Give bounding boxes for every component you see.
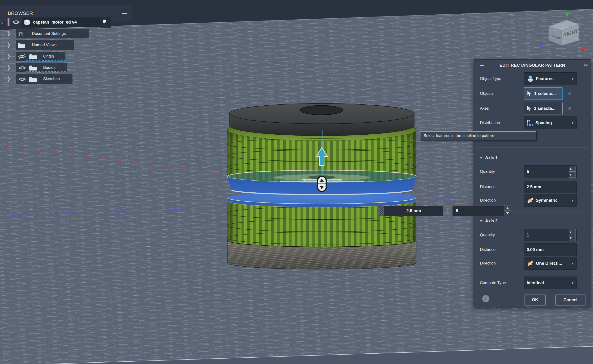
axis2-distance-value: 0.00 mm [527, 247, 544, 252]
chevron-right-icon[interactable]: ❯ [7, 51, 10, 62]
tree-item-label[interactable]: Origin [43, 52, 54, 61]
tree-row-root[interactable]: ⌄ capstan_motor_ed v4 [0, 17, 142, 27]
compute-type-label: Compute Type [480, 277, 506, 289]
x-axis-label: X [581, 47, 586, 54]
axis1-quantity-value: 5 [527, 169, 529, 174]
compute-type-dropdown[interactable]: Identical ▼ [524, 277, 577, 289]
section-collapse-icon[interactable] [479, 220, 483, 222]
objects-selection-field[interactable]: 1 selecte... [524, 87, 563, 100]
tree-item-label[interactable]: Named Views [32, 40, 57, 50]
axes-clear-icon[interactable]: ✕ [566, 102, 573, 115]
y-axis-label: Y [565, 11, 569, 18]
x-axis-tick [579, 41, 581, 44]
axis2-direction-label: Direction [480, 257, 496, 270]
axes-selection-field[interactable]: 1 selecte... [524, 102, 563, 115]
component-cube-icon [23, 19, 30, 26]
increment-button[interactable] [569, 166, 576, 172]
decrement-button[interactable] [569, 235, 576, 241]
folder-icon [17, 42, 26, 48]
tree-row-origin[interactable]: ❯ Origin [0, 52, 99, 61]
distribution-value: Spacing [535, 120, 552, 125]
browser-minimize-icon[interactable] [122, 13, 127, 14]
hud-drag-grip[interactable] [378, 206, 384, 216]
symmetric-direction-icon [527, 197, 534, 204]
decrement-button[interactable] [569, 172, 576, 177]
axis1-distance-value: 2.5 mm [527, 185, 541, 189]
axis1-quantity-input[interactable]: 5 [524, 165, 577, 178]
objects-clear-icon[interactable]: ✕ [566, 87, 573, 100]
one-direction-icon [527, 260, 534, 267]
chevron-down-icon[interactable]: ⌄ [0, 17, 4, 27]
root-component-label[interactable]: capstan_motor_ed v4 [33, 17, 77, 27]
hud-quantity-decrement-button[interactable] [504, 211, 511, 216]
axis2-quantity-value: 1 [527, 233, 529, 238]
selection-dash-underline [27, 71, 67, 72]
axis1-direction-dropdown[interactable]: Symmetric ▼ [524, 194, 577, 207]
compute-type-value: Identical [527, 280, 544, 286]
axis1-quantity-label: Quantity [480, 165, 495, 178]
browser-panel: BROWSER ⌄ capstan_motor_ed v4 ❯ Document… [0, 0, 142, 90]
tree-row-named-views[interactable]: ❯ Named Views [0, 40, 99, 50]
chevron-right-icon[interactable]: ❯ [7, 39, 10, 51]
chevron-down-icon: ▼ [571, 281, 574, 285]
axis2-quantity-stepper[interactable] [569, 229, 576, 241]
chevron-right-icon[interactable]: ❯ [7, 73, 10, 85]
hud-distance-input[interactable]: 2.5 mm [384, 206, 443, 216]
tree-row-document-settings[interactable]: ❯ Document Settings [0, 29, 99, 39]
section-collapse-icon[interactable] [479, 157, 483, 159]
axis2-section-header[interactable]: Axis 2 [479, 218, 498, 224]
eye-icon[interactable] [18, 65, 26, 71]
hud-quantity-input[interactable]: 5 [452, 206, 504, 216]
axis2-direction-value: One Directi... [536, 261, 562, 266]
hud-separator-grip[interactable] [445, 206, 450, 216]
capstan-model[interactable] [221, 99, 424, 273]
tree-row-sketches[interactable]: ❯ Sketches [0, 74, 99, 84]
info-icon[interactable]: i [482, 295, 489, 302]
axis1-distance-label: Distance [480, 181, 496, 193]
z-axis-label: Z [540, 42, 544, 49]
axis1-distance-input[interactable]: 2.5 mm [524, 181, 577, 193]
object-type-label: Object Type [480, 72, 501, 85]
folder-icon [29, 76, 37, 82]
spinner-drag-handle[interactable] [317, 176, 326, 191]
object-type-dropdown[interactable]: Features ▼ [524, 72, 577, 85]
detach-icon[interactable]: ▶▶ [584, 63, 587, 67]
manipulator-hud-input: 2.5 mm 5 [378, 206, 511, 216]
eye-slash-icon[interactable] [18, 54, 26, 59]
axis1-section-header[interactable]: Axis 1 [479, 154, 498, 161]
selection-dash-underline [27, 60, 65, 61]
folder-icon [29, 53, 37, 60]
axis1-direction-label: Direction [480, 194, 496, 207]
activate-radio-icon[interactable] [103, 20, 106, 23]
increment-button[interactable] [569, 229, 576, 235]
tree-row-bodies[interactable]: ❯ Bodies [0, 63, 99, 72]
chevron-down-icon: ▼ [571, 77, 574, 81]
axis2-quantity-input[interactable]: 1 [524, 229, 577, 241]
tree-item-label[interactable]: Document Settings [32, 29, 66, 39]
axis2-distance-label: Distance [480, 243, 496, 256]
chevron-right-icon[interactable]: ❯ [7, 28, 10, 40]
axis2-direction-dropdown[interactable]: One Directi... ▼ [524, 257, 577, 270]
distribution-dropdown[interactable]: Spacing ▼ [524, 117, 577, 129]
eye-icon[interactable] [18, 77, 26, 82]
dialog-header[interactable]: EDIT RECTANGULAR PATTERN ▶▶ [474, 60, 591, 71]
features-icon [527, 76, 534, 82]
view-cube[interactable]: FRONT RIGHT Y Z X [538, 5, 593, 57]
dialog-title: EDIT RECTANGULAR PATTERN [474, 60, 591, 71]
tree-item-label[interactable]: Sketches [43, 74, 60, 84]
cancel-button[interactable]: Cancel [555, 294, 586, 306]
ok-button[interactable]: OK [525, 294, 546, 306]
hud-quantity-increment-button[interactable] [504, 206, 511, 211]
axis1-direction-value: Symmetric [536, 198, 558, 203]
axis2-distance-input[interactable]: 0.00 mm [524, 243, 577, 256]
chevron-right-icon[interactable]: ❯ [7, 62, 10, 74]
axis1-quantity-stepper[interactable] [569, 166, 576, 177]
chevron-down-icon: ▼ [571, 199, 574, 202]
activate-component-cell[interactable] [100, 17, 111, 28]
tree-item-label[interactable]: Bodies [43, 63, 55, 72]
axes-selected-count: 1 selecte... [534, 106, 555, 111]
eye-icon[interactable] [12, 19, 20, 25]
objects-label: Objects [480, 87, 494, 100]
tooltip: Select features in the timeline to patte… [420, 131, 536, 140]
distribution-label: Distribution [480, 117, 500, 129]
